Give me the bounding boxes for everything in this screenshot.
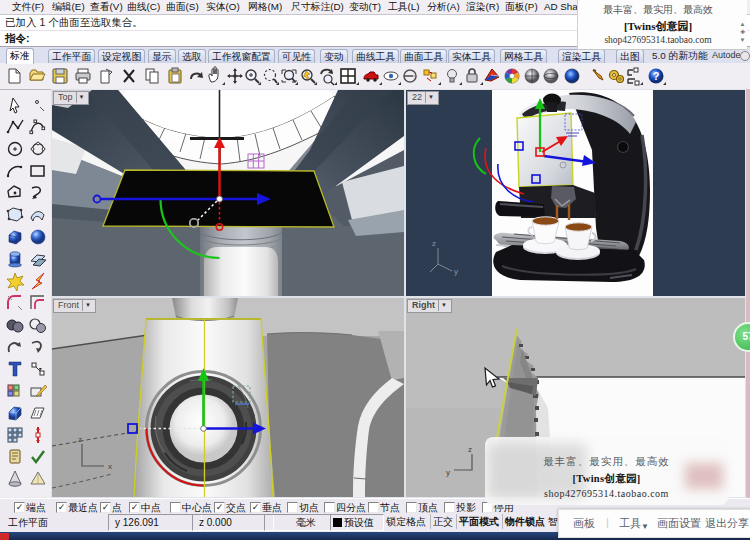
svg-text:z: z [432, 239, 436, 248]
svg-text:y: y [446, 468, 450, 477]
svg-text:x: x [108, 462, 112, 471]
svg-text:?: ? [653, 70, 660, 82]
svg-text:y: y [454, 267, 458, 276]
svg-text:z: z [78, 435, 82, 444]
svg-text:z: z [468, 445, 472, 454]
